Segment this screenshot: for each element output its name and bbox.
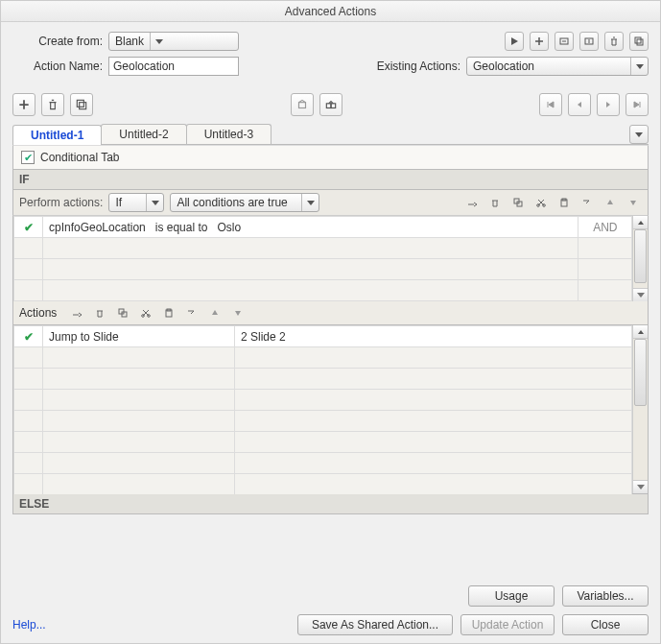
create-from-select[interactable]: Blank: [108, 32, 239, 51]
paste-row-icon[interactable]: [160, 304, 177, 322]
copy-tab-icon[interactable]: [70, 93, 93, 116]
tab[interactable]: Untitled-3: [186, 124, 271, 144]
svg-rect-4: [637, 39, 643, 45]
svg-rect-6: [80, 103, 86, 109]
empty-row[interactable]: [14, 238, 632, 259]
else-header: ELSE: [12, 494, 649, 514]
actions-grid-wrap: ✔ Jump to Slide 2 Slide 2: [12, 325, 649, 494]
condition-op: is equal to: [155, 221, 208, 234]
empty-row[interactable]: [14, 259, 632, 280]
top-right-area: Existing Actions: Geolocation: [377, 32, 649, 76]
svg-rect-5: [77, 100, 83, 107]
empty-row[interactable]: [14, 411, 632, 432]
conditions-grid: ✔ cpInfoGeoLocation is equal to Oslo AND: [13, 216, 632, 301]
svg-rect-8: [326, 104, 331, 108]
duplicate-icon[interactable]: [629, 32, 649, 51]
preview-icon[interactable]: [505, 32, 524, 51]
copy-row-icon[interactable]: [114, 304, 131, 322]
usage-button[interactable]: Usage: [468, 585, 555, 607]
svg-marker-27: [235, 311, 241, 316]
action-row[interactable]: ✔ Jump to Slide 2 Slide 2: [14, 326, 632, 347]
scroll-up-icon[interactable]: [633, 325, 648, 339]
nav-first-icon[interactable]: [539, 93, 562, 116]
add-row-icon[interactable]: [463, 194, 481, 211]
top-row: Create from: Blank Action Name:: [12, 32, 649, 76]
existing-actions-label: Existing Actions:: [377, 60, 460, 73]
help-link[interactable]: Help...: [12, 618, 46, 632]
insert-row-icon[interactable]: [183, 304, 201, 322]
scroll-down-icon[interactable]: [633, 480, 648, 493]
action-name-input[interactable]: [108, 57, 239, 76]
decision-tab-icon[interactable]: [291, 93, 314, 116]
existing-actions-select[interactable]: Geolocation: [466, 57, 649, 76]
condition-field: cpInfoGeoLocation: [49, 221, 146, 234]
condition-scope-select[interactable]: All conditions are true: [170, 193, 319, 212]
conditions-grid-wrap: ✔ cpInfoGeoLocation is equal to Oslo AND: [12, 216, 649, 301]
insert-row-icon[interactable]: [578, 194, 596, 211]
close-button[interactable]: Close: [562, 614, 649, 635]
perform-mode-select[interactable]: If: [108, 193, 164, 212]
tab-menu-icon[interactable]: [629, 125, 649, 144]
perform-mode-value: If: [109, 196, 128, 209]
import-icon[interactable]: [555, 32, 574, 51]
top-toolbar: [505, 32, 649, 51]
scroll-up-icon[interactable]: [633, 216, 648, 229]
add-action-icon[interactable]: [530, 32, 549, 51]
nav-next-icon[interactable]: [597, 93, 620, 116]
decision-else-tab-icon[interactable]: [319, 93, 342, 116]
actions-label: Actions: [19, 306, 57, 320]
svg-marker-26: [212, 310, 218, 315]
action-name-label: Action Name:: [12, 60, 108, 73]
svg-marker-19: [630, 201, 636, 205]
nav-prev-icon[interactable]: [568, 93, 591, 116]
empty-row[interactable]: [14, 474, 632, 495]
left-form: Create from: Blank Action Name:: [12, 32, 239, 76]
delete-row-icon[interactable]: [486, 194, 504, 211]
svg-rect-3: [635, 37, 641, 43]
tab[interactable]: Untitled-2: [101, 124, 186, 144]
save-shared-button[interactable]: Save As Shared Action...: [297, 614, 453, 635]
copy-row-icon[interactable]: [509, 194, 527, 211]
condition-row[interactable]: ✔ cpInfoGeoLocation is equal to Oslo AND: [14, 217, 632, 238]
tabs-row: Untitled-1 Untitled-2 Untitled-3: [12, 124, 649, 145]
conditional-tab-checkbox[interactable]: ✔: [21, 151, 35, 164]
check-icon: ✔: [24, 330, 34, 344]
check-icon: ✔: [24, 221, 34, 234]
create-from-label: Create from:: [12, 35, 108, 48]
add-tab-icon[interactable]: [12, 93, 35, 116]
empty-row[interactable]: [14, 347, 632, 369]
delete-tab-icon[interactable]: [41, 93, 64, 116]
cut-row-icon[interactable]: [137, 304, 154, 322]
delete-icon[interactable]: [604, 32, 624, 51]
empty-row[interactable]: [14, 369, 632, 390]
add-row-icon[interactable]: [68, 304, 85, 322]
empty-row[interactable]: [14, 453, 632, 474]
delete-row-icon[interactable]: [91, 304, 108, 322]
move-up-icon[interactable]: [206, 304, 224, 322]
actions-scrollbar[interactable]: [632, 325, 648, 493]
chevron-down-icon: [150, 33, 167, 50]
paste-row-icon[interactable]: [555, 194, 573, 211]
condition-scope-value: All conditions are true: [171, 196, 293, 209]
scroll-down-icon[interactable]: [633, 288, 648, 301]
cut-row-icon[interactable]: [532, 194, 550, 211]
empty-row[interactable]: [14, 390, 632, 411]
move-up-icon[interactable]: [602, 194, 619, 211]
empty-row[interactable]: [14, 432, 632, 453]
update-action-button[interactable]: Update Action: [460, 614, 555, 635]
condition-logic: AND: [578, 217, 632, 238]
tab[interactable]: Untitled-1: [12, 125, 102, 145]
nav-last-icon[interactable]: [626, 93, 649, 116]
conditional-tab-row: ✔ Conditional Tab: [12, 145, 649, 170]
empty-row[interactable]: [14, 280, 632, 301]
export-icon[interactable]: [579, 32, 599, 51]
conditions-scrollbar[interactable]: [632, 216, 648, 301]
move-down-icon[interactable]: [625, 194, 642, 211]
variables-button[interactable]: Variables...: [562, 585, 649, 607]
action-name: Jump to Slide: [43, 326, 235, 347]
advanced-actions-dialog: Advanced Actions Create from: Blank Acti…: [0, 0, 661, 644]
existing-actions-row: Existing Actions: Geolocation: [377, 57, 649, 76]
window-title: Advanced Actions: [1, 1, 660, 22]
action-name-row: Action Name:: [12, 57, 239, 76]
move-down-icon[interactable]: [229, 304, 247, 322]
